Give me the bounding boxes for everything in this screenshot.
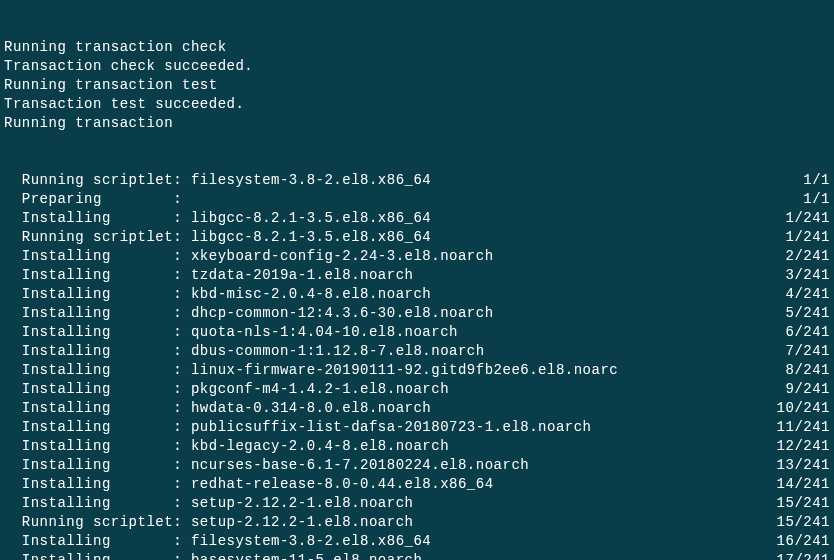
row-left: Running scriptlet: filesystem-3.8-2.el8.… bbox=[4, 171, 431, 190]
row-count: 11/241 bbox=[777, 418, 830, 437]
row-count: 15/241 bbox=[777, 494, 830, 513]
row-count: 8/241 bbox=[785, 361, 830, 380]
row-left: Installing : kbd-legacy-2.0.4-8.el8.noar… bbox=[4, 437, 449, 456]
header-lines: Running transaction checkTransaction che… bbox=[4, 38, 830, 133]
transaction-rows: Running scriptlet: filesystem-3.8-2.el8.… bbox=[4, 171, 830, 560]
row-left: Running scriptlet: setup-2.12.2-1.el8.no… bbox=[4, 513, 413, 532]
row-count: 2/241 bbox=[785, 247, 830, 266]
row-count: 1/241 bbox=[785, 228, 830, 247]
row-left: Installing : dhcp-common-12:4.3.6-30.el8… bbox=[4, 304, 494, 323]
row-count: 10/241 bbox=[777, 399, 830, 418]
row-left: Installing : setup-2.12.2-1.el8.noarch bbox=[4, 494, 413, 513]
transaction-row: Installing : libgcc-8.2.1-3.5.el8.x86_64… bbox=[4, 209, 830, 228]
row-left: Installing : linux-firmware-20190111-92.… bbox=[4, 361, 618, 380]
transaction-row: Running scriptlet: filesystem-3.8-2.el8.… bbox=[4, 171, 830, 190]
header-line: Running transaction bbox=[4, 114, 830, 133]
header-line: Transaction test succeeded. bbox=[4, 95, 830, 114]
row-left: Installing : quota-nls-1:4.04-10.el8.noa… bbox=[4, 323, 458, 342]
row-left: Preparing : bbox=[4, 190, 191, 209]
transaction-row: Installing : tzdata-2019a-1.el8.noarch3/… bbox=[4, 266, 830, 285]
transaction-row: Installing : kbd-legacy-2.0.4-8.el8.noar… bbox=[4, 437, 830, 456]
row-count: 3/241 bbox=[785, 266, 830, 285]
row-count: 13/241 bbox=[777, 456, 830, 475]
row-left: Installing : xkeyboard-config-2.24-3.el8… bbox=[4, 247, 494, 266]
row-count: 14/241 bbox=[777, 475, 830, 494]
transaction-row: Installing : publicsuffix-list-dafsa-201… bbox=[4, 418, 830, 437]
transaction-row: Running scriptlet: libgcc-8.2.1-3.5.el8.… bbox=[4, 228, 830, 247]
row-count: 1/1 bbox=[803, 171, 830, 190]
header-line: Running transaction test bbox=[4, 76, 830, 95]
row-left: Running scriptlet: libgcc-8.2.1-3.5.el8.… bbox=[4, 228, 431, 247]
transaction-row: Installing : pkgconf-m4-1.4.2-1.el8.noar… bbox=[4, 380, 830, 399]
row-left: Installing : kbd-misc-2.0.4-8.el8.noarch bbox=[4, 285, 431, 304]
row-left: Installing : ncurses-base-6.1-7.20180224… bbox=[4, 456, 529, 475]
row-count: 7/241 bbox=[785, 342, 830, 361]
transaction-row: Installing : redhat-release-8.0-0.44.el8… bbox=[4, 475, 830, 494]
transaction-row: Installing : basesystem-11-5.el8.noarch1… bbox=[4, 551, 830, 560]
transaction-row: Installing : xkeyboard-config-2.24-3.el8… bbox=[4, 247, 830, 266]
terminal-output: Running transaction checkTransaction che… bbox=[0, 0, 834, 560]
transaction-row: Installing : dbus-common-1:1.12.8-7.el8.… bbox=[4, 342, 830, 361]
row-left: Installing : basesystem-11-5.el8.noarch bbox=[4, 551, 422, 560]
row-count: 6/241 bbox=[785, 323, 830, 342]
row-count: 9/241 bbox=[785, 380, 830, 399]
row-count: 17/241 bbox=[777, 551, 830, 560]
transaction-row: Preparing : 1/1 bbox=[4, 190, 830, 209]
row-left: Installing : tzdata-2019a-1.el8.noarch bbox=[4, 266, 413, 285]
row-left: Installing : filesystem-3.8-2.el8.x86_64 bbox=[4, 532, 431, 551]
transaction-row: Installing : kbd-misc-2.0.4-8.el8.noarch… bbox=[4, 285, 830, 304]
row-count: 1/1 bbox=[803, 190, 830, 209]
row-count: 16/241 bbox=[777, 532, 830, 551]
transaction-row: Installing : dhcp-common-12:4.3.6-30.el8… bbox=[4, 304, 830, 323]
transaction-row: Installing : filesystem-3.8-2.el8.x86_64… bbox=[4, 532, 830, 551]
header-line: Running transaction check bbox=[4, 38, 830, 57]
row-count: 4/241 bbox=[785, 285, 830, 304]
row-left: Installing : dbus-common-1:1.12.8-7.el8.… bbox=[4, 342, 485, 361]
row-count: 5/241 bbox=[785, 304, 830, 323]
row-left: Installing : pkgconf-m4-1.4.2-1.el8.noar… bbox=[4, 380, 449, 399]
row-left: Installing : hwdata-0.314-8.0.el8.noarch bbox=[4, 399, 431, 418]
row-count: 1/241 bbox=[785, 209, 830, 228]
transaction-row: Installing : quota-nls-1:4.04-10.el8.noa… bbox=[4, 323, 830, 342]
transaction-row: Installing : hwdata-0.314-8.0.el8.noarch… bbox=[4, 399, 830, 418]
header-line: Transaction check succeeded. bbox=[4, 57, 830, 76]
transaction-row: Running scriptlet: setup-2.12.2-1.el8.no… bbox=[4, 513, 830, 532]
transaction-row: Installing : setup-2.12.2-1.el8.noarch15… bbox=[4, 494, 830, 513]
row-left: Installing : redhat-release-8.0-0.44.el8… bbox=[4, 475, 494, 494]
row-left: Installing : publicsuffix-list-dafsa-201… bbox=[4, 418, 592, 437]
transaction-row: Installing : ncurses-base-6.1-7.20180224… bbox=[4, 456, 830, 475]
row-count: 12/241 bbox=[777, 437, 830, 456]
row-count: 15/241 bbox=[777, 513, 830, 532]
transaction-row: Installing : linux-firmware-20190111-92.… bbox=[4, 361, 830, 380]
row-left: Installing : libgcc-8.2.1-3.5.el8.x86_64 bbox=[4, 209, 431, 228]
